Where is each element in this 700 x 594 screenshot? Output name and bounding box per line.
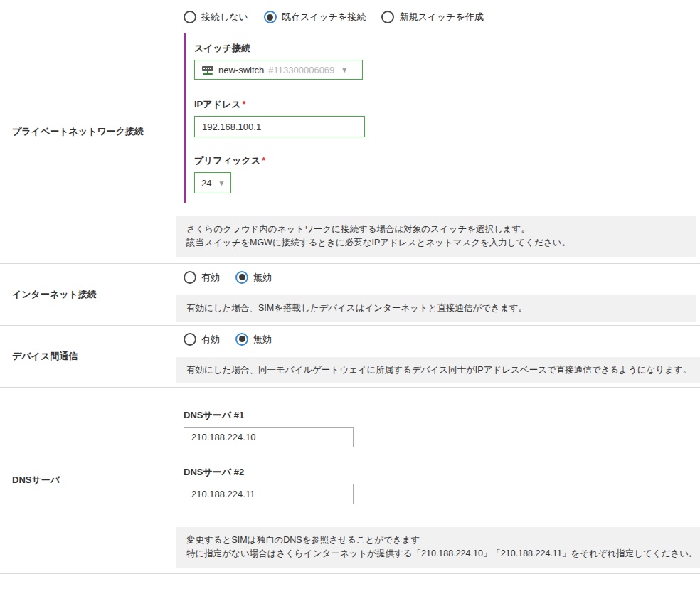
dns2-label: DNSサーバ #2 <box>184 466 700 479</box>
switch-connect-label: スイッチ接続 <box>194 42 361 55</box>
mgw-settings-form: プライベートネットワーク接続 接続しない 既存スイッチを接続 新規スイッチを作成 <box>0 0 700 574</box>
note-line: 有効にした場合、SIMを搭載したデバイスはインターネットと直接通信ができます。 <box>186 302 686 315</box>
switch-icon <box>201 65 214 75</box>
switch-select-dropdown[interactable]: new-switch #113300006069 ▼ <box>194 60 363 80</box>
radio-internet-disabled-circle[interactable] <box>235 271 248 284</box>
internet-content: 有効 無効 有効にした場合、SIMを搭載したデバイスはインターネットと直接通信が… <box>176 264 700 325</box>
private-network-radio-group: 接続しない 既存スイッチを接続 新規スイッチを作成 <box>184 11 696 23</box>
private-network-content: 接続しない 既存スイッチを接続 新規スイッチを作成 スイッチ接続 <box>176 0 700 263</box>
radio-internet-disabled-label: 無効 <box>253 271 272 284</box>
radio-new-switch-label: 新規スイッチを作成 <box>399 11 484 23</box>
radio-device-comm-enabled-label: 有効 <box>201 333 220 346</box>
internet-radio-group: 有効 無効 <box>184 271 696 284</box>
note-line: さくらのクラウド内のネットワークに接続する場合は対象のスイッチを選択します。 <box>186 223 686 236</box>
radio-device-comm-disabled-label: 無効 <box>253 333 272 346</box>
chevron-down-icon: ▼ <box>218 179 225 187</box>
note-line: 有効にした場合、同一モバイルゲートウェイに所属するデバイス同士がIPアドレスベー… <box>186 364 691 377</box>
selected-switch-name: new-switch <box>218 65 264 75</box>
chevron-down-icon: ▼ <box>341 66 348 74</box>
row-device-communication: デバイス間通信 有効 無効 有効にした場合、同一モバイルゲートウェイに所属するデ… <box>0 326 700 388</box>
radio-existing-switch-label: 既存スイッチを接続 <box>282 11 366 23</box>
note-line: 該当スイッチをMGWに接続するときに必要なIPアドレスとネットマスクを入力してく… <box>186 236 686 250</box>
radio-device-comm-enabled[interactable]: 有効 <box>184 333 220 346</box>
private-network-row-label: プライベートネットワーク接続 <box>12 125 144 138</box>
prefix-select-dropdown[interactable]: 24 ▼ <box>194 172 231 193</box>
dns-content: DNSサーバ #1 DNSサーバ #2 変更するとSIMは独自のDNSを参照させ… <box>176 388 700 573</box>
radio-device-comm-disabled[interactable]: 無効 <box>235 333 272 346</box>
dns-label-cell: DNSサーバ <box>0 388 176 573</box>
dns2-field: DNSサーバ #2 <box>184 466 700 504</box>
row-internet-connection: インターネット接続 有効 無効 有効にした場合、SIMを搭載したデバイスはインタ… <box>0 264 700 326</box>
radio-device-comm-enabled-circle[interactable] <box>184 333 196 346</box>
radio-internet-enabled[interactable]: 有効 <box>184 271 220 284</box>
dns-note: 変更するとSIMは独自のDNSを参照させることができます 特に指定がない場合はさ… <box>176 527 700 568</box>
switch-connect-field: スイッチ接続 new-switch #113300006069 <box>194 42 361 80</box>
dns-row-label: DNSサーバ <box>12 474 60 487</box>
device-comm-row-label: デバイス間通信 <box>12 350 78 363</box>
radio-internet-enabled-circle[interactable] <box>184 271 196 284</box>
radio-internet-disabled[interactable]: 無効 <box>235 271 272 284</box>
radio-no-connect-circle[interactable] <box>184 11 196 23</box>
row-dns-servers: DNSサーバ DNSサーバ #1 DNSサーバ #2 変更するとSIMは独自のD… <box>0 388 700 574</box>
radio-internet-enabled-label: 有効 <box>201 271 220 284</box>
internet-note: 有効にした場合、SIMを搭載したデバイスはインターネットと直接通信ができます。 <box>176 295 696 322</box>
radio-existing-switch-circle[interactable] <box>264 11 277 23</box>
private-network-note: さくらのクラウド内のネットワークに接続する場合は対象のスイッチを選択します。 該… <box>176 216 696 257</box>
prefix-field: プリフィックス* 24 ▼ <box>194 154 361 193</box>
device-comm-label-cell: デバイス間通信 <box>0 326 176 387</box>
radio-no-connect[interactable]: 接続しない <box>184 11 248 23</box>
note-line: 変更するとSIMは独自のDNSを参照させることができます <box>186 534 698 547</box>
note-line: 特に指定がない場合はさくらインターネットが提供する「210.188.224.10… <box>186 547 698 561</box>
required-asterisk: * <box>262 155 265 166</box>
selected-switch-id: #113300006069 <box>268 65 334 75</box>
radio-new-switch[interactable]: 新規スイッチを作成 <box>381 11 484 23</box>
private-network-label-cell: プライベートネットワーク接続 <box>0 0 176 263</box>
dns1-field: DNSサーバ #1 <box>184 409 700 447</box>
prefix-label: プリフィックス* <box>194 154 361 167</box>
radio-no-connect-label: 接続しない <box>201 11 248 23</box>
device-comm-content: 有効 無効 有効にした場合、同一モバイルゲートウェイに所属するデバイス同士がIP… <box>176 326 700 387</box>
dns1-input[interactable] <box>184 427 354 447</box>
row-private-network: プライベートネットワーク接続 接続しない 既存スイッチを接続 新規スイッチを作成 <box>0 0 700 264</box>
internet-row-label: インターネット接続 <box>12 288 97 301</box>
ip-address-field: IPアドレス* <box>194 98 361 137</box>
ip-address-label: IPアドレス* <box>194 98 361 111</box>
device-comm-radio-group: 有効 無効 <box>184 333 700 346</box>
prefix-selected-value: 24 <box>201 178 211 189</box>
internet-label-cell: インターネット接続 <box>0 264 176 325</box>
ip-address-input[interactable] <box>194 116 365 137</box>
radio-new-switch-circle[interactable] <box>381 11 394 23</box>
dns1-label: DNSサーバ #1 <box>184 409 700 422</box>
existing-switch-subpanel: スイッチ接続 new-switch #113300006069 <box>184 33 361 203</box>
radio-existing-switch[interactable]: 既存スイッチを接続 <box>264 11 366 23</box>
dns2-input[interactable] <box>184 484 354 504</box>
radio-device-comm-disabled-circle[interactable] <box>235 333 248 346</box>
device-comm-note: 有効にした場合、同一モバイルゲートウェイに所属するデバイス同士がIPアドレスベー… <box>176 357 700 383</box>
required-asterisk: * <box>243 99 246 110</box>
